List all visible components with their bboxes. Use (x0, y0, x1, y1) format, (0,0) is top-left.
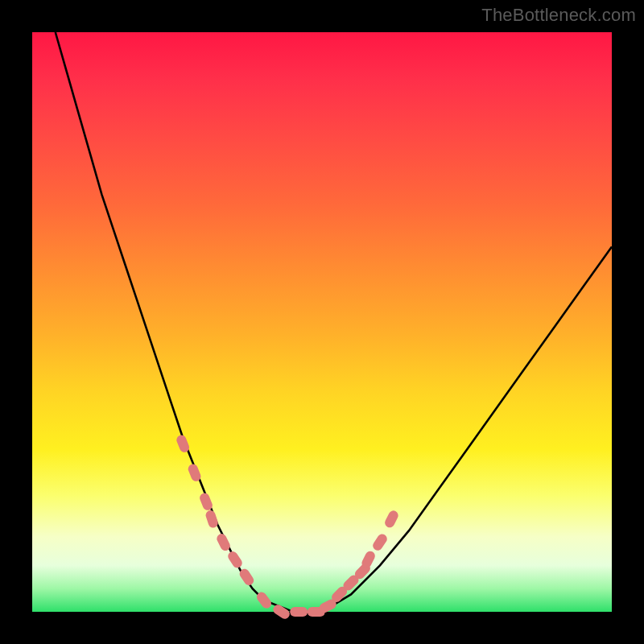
curve-marker (290, 607, 308, 617)
curve-svg (32, 32, 612, 612)
curve-marker (383, 509, 400, 529)
curve-marker (226, 550, 244, 570)
plot-area (32, 32, 612, 612)
chart-frame: TheBottleneck.com (0, 0, 644, 644)
curve-marker (271, 603, 291, 621)
marker-group (175, 434, 400, 621)
curve-marker (371, 532, 389, 552)
bottleneck-curve (56, 32, 612, 612)
watermark-text: TheBottleneck.com (481, 5, 636, 26)
curve-marker (204, 509, 219, 529)
